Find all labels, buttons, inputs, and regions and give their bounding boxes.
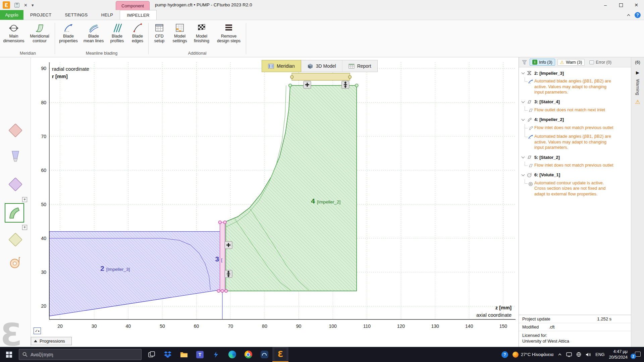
message-item[interactable]: Flow inlet does not match previous outle…	[519, 124, 631, 133]
warning-tab[interactable]: Warning	[635, 79, 640, 95]
app-icon-blue[interactable]	[208, 347, 224, 362]
save-icon[interactable]	[14, 2, 20, 8]
filter-info-button[interactable]: i Info (3)	[530, 59, 555, 66]
drag-handle-plus[interactable]	[225, 241, 232, 249]
contour-node[interactable]	[217, 289, 220, 292]
main-dimensions-button[interactable]: Maindimensions	[2, 22, 25, 44]
svg-text:20: 20	[57, 323, 63, 329]
chevron-down-icon[interactable]	[522, 173, 525, 176]
cfd-setup-button[interactable]: CFDsetup	[150, 22, 169, 44]
close-button[interactable]: ✕	[629, 0, 644, 10]
sidebar-component-volute[interactable]	[8, 254, 23, 271]
tree-node-stator2[interactable]: 5: [Stator_2]	[519, 153, 631, 162]
svg-text:30: 30	[41, 269, 46, 275]
tree-node-volute1[interactable]: 6: [Volute_1]	[519, 171, 631, 179]
help-icon[interactable]: ?	[635, 12, 641, 18]
play-icon[interactable]: ▶	[636, 70, 639, 75]
sidebar-component-rotor3[interactable]	[8, 232, 23, 249]
tree-node-impeller2[interactable]: 4: [Impeller_2]	[519, 115, 631, 124]
app-icon-dark[interactable]	[256, 347, 272, 362]
taskbar-search[interactable]: Αναζήτηση	[19, 349, 142, 360]
chevron-down-icon[interactable]	[522, 155, 525, 159]
display-tray-icon[interactable]	[566, 352, 572, 357]
chevron-down-icon[interactable]	[522, 100, 525, 103]
component-tab[interactable]: Component	[116, 1, 150, 10]
add-component-below-button[interactable]: +	[22, 225, 27, 230]
contour-node[interactable]	[218, 221, 221, 224]
get-help-icon[interactable]: ?	[501, 351, 508, 358]
drag-handle-move[interactable]	[225, 270, 232, 278]
contour-node[interactable]	[221, 289, 224, 292]
tab-report[interactable]: Report	[342, 60, 377, 72]
stator-small-icon	[528, 108, 533, 113]
contour-node[interactable]	[355, 84, 358, 87]
chevron-down-icon[interactable]	[522, 71, 525, 74]
start-button[interactable]	[1, 347, 17, 362]
tree-node-stator4[interactable]: 3: [Stator_4]	[519, 98, 631, 106]
language-indicator[interactable]: ENG	[595, 352, 604, 357]
menu-help[interactable]: HELP	[95, 10, 120, 20]
collapse-ribbon-icon[interactable]	[627, 13, 631, 17]
progression-checkbox[interactable]: ✓▸	[34, 327, 41, 334]
menu-file[interactable]: Αρχείο	[0, 10, 23, 20]
contour-node[interactable]	[225, 289, 228, 292]
contour-node[interactable]	[290, 75, 293, 78]
meridional-contour-button[interactable]: Meridionalcontour	[25, 22, 54, 44]
chevron-down-icon[interactable]	[522, 117, 525, 121]
stator-small-icon	[527, 155, 532, 160]
tab-meridian[interactable]: Meridian	[262, 60, 301, 72]
filter-error-button[interactable]: Error (0)	[587, 59, 614, 65]
progressions-button[interactable]: Progressions	[31, 337, 72, 345]
teams-icon[interactable]: T	[192, 347, 208, 362]
blade-profiles-button[interactable]: Bladeprofiles	[106, 22, 128, 44]
drag-handle-move[interactable]	[342, 81, 349, 88]
message-item[interactable]: Automated contour update is active. Cros…	[519, 179, 631, 199]
message-item[interactable]: Flow outlet does not match next inlet	[519, 106, 631, 115]
clock-widget[interactable]: 4:47 μμ 20/5/2024	[609, 349, 628, 360]
model-finishing-button[interactable]: Modelfinishing	[191, 22, 213, 44]
remove-design-steps-button[interactable]: Removedesign steps	[213, 22, 245, 44]
volume-tray-icon[interactable]	[586, 352, 591, 357]
edge-icon[interactable]	[224, 347, 240, 362]
minimize-button[interactable]: –	[598, 0, 613, 10]
menu-settings[interactable]: SETTINGS	[58, 10, 94, 20]
blade-edges-button[interactable]: Bladeedges	[128, 22, 147, 44]
add-component-above-button[interactable]: +	[22, 197, 27, 202]
close-component-icon[interactable]: ✕	[24, 3, 28, 8]
model-settings-button[interactable]: Modelsettings	[169, 22, 191, 44]
meridian-plot[interactable]: 2030405060708090100110120130140150908070…	[31, 57, 519, 347]
message-item[interactable]: Automated blade angles (βB1, βB2) are ac…	[519, 77, 631, 98]
dropdown-caret-icon[interactable]: ▾	[32, 3, 34, 8]
sidebar-component-rotor1[interactable]	[8, 123, 23, 139]
sidebar-component-stator[interactable]	[8, 149, 23, 166]
stator-strip[interactable]	[220, 222, 225, 291]
volute-inlet-bar[interactable]	[292, 73, 350, 80]
drag-handle-plus[interactable]	[304, 81, 311, 88]
maximize-button[interactable]	[613, 0, 629, 10]
filter-funnel-icon[interactable]	[522, 60, 527, 65]
tree-node-impeller3[interactable]: 2: [Impeller_3]	[519, 69, 631, 77]
blade-mean-lines-button[interactable]: Blademean lines	[81, 22, 106, 44]
network-tray-icon[interactable]	[576, 352, 581, 357]
chrome-icon[interactable]	[240, 347, 256, 362]
contour-node[interactable]	[223, 221, 226, 224]
blade-properties-button[interactable]: Bladeproperties	[56, 22, 81, 44]
message-item[interactable]: Flow inlet does not match previous outle…	[519, 162, 631, 171]
dropbox-icon[interactable]	[160, 347, 176, 362]
sidebar-component-impeller-selected[interactable]	[5, 203, 24, 223]
tab-3d-model[interactable]: 3D Model	[301, 60, 342, 72]
message-item[interactable]: Automated blade angles (βB1, βB2) are ac…	[519, 133, 631, 153]
ribbon: Maindimensions Meridionalcontour Meridia…	[0, 20, 644, 57]
contour-node[interactable]	[289, 84, 292, 87]
file-explorer-icon[interactable]	[176, 347, 192, 362]
notification-icon[interactable]: 2	[632, 351, 641, 358]
sidebar-component-rotor2[interactable]	[8, 177, 23, 193]
menu-impeller[interactable]: IMPELLER	[120, 10, 157, 20]
tray-chevron-up-icon[interactable]	[558, 353, 562, 356]
filter-warn-button[interactable]: ⚠ Warn (3)	[557, 59, 585, 66]
menu-project[interactable]: PROJECT	[23, 10, 58, 20]
cfturbo-taskbar-button[interactable]: Ɛ	[272, 347, 288, 362]
task-view-button[interactable]	[144, 347, 160, 362]
contour-node[interactable]	[348, 75, 352, 78]
weather-widget[interactable]: 27°C Ηλιοφάνεια	[513, 352, 553, 358]
